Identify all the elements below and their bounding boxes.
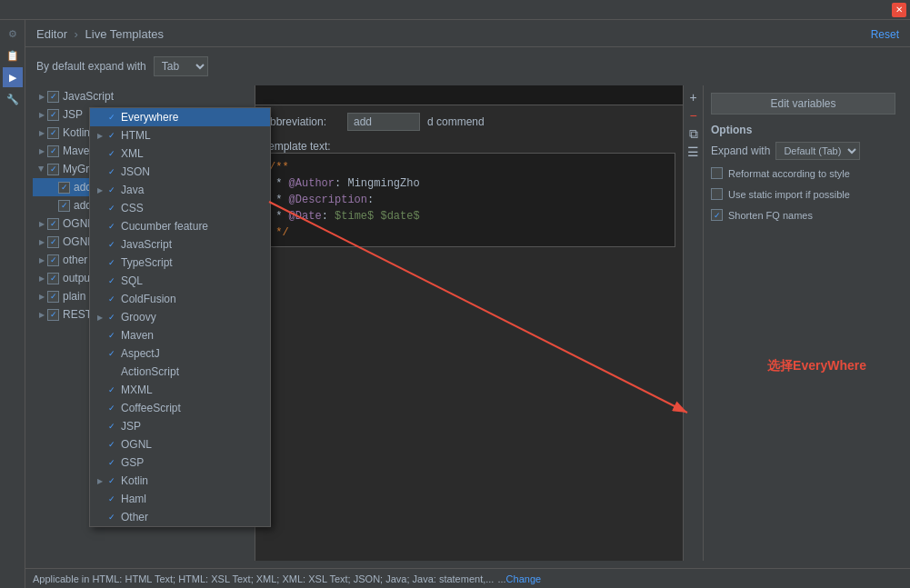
dd-check-other: ✓ [108, 513, 121, 522]
dd-check-ognl: ✓ [108, 440, 121, 449]
dropdown-item-aspectj[interactable]: ✓ AspectJ [90, 344, 270, 363]
dd-check-coffeescript: ✓ [108, 404, 121, 413]
tree-checkbox-maven[interactable]: ✓ [47, 145, 59, 157]
shorten-fq-checkbox[interactable]: ✓ [711, 209, 723, 221]
reformat-checkbox[interactable] [711, 167, 723, 179]
breadcrumb-live-templates: Live Templates [85, 27, 164, 41]
dd-check-typescript: ✓ [108, 258, 121, 267]
dropdown-item-coffeescript[interactable]: ✓ CoffeeScript [90, 399, 270, 417]
dd-label-groovy: Groovy [121, 311, 263, 324]
dropdown-item-mxml[interactable]: ✓ MXML [90, 381, 270, 399]
dd-check-coldfusion: ✓ [108, 294, 121, 304]
dropdown-item-kotlin[interactable]: ▶ ✓ Kotlin [90, 472, 270, 490]
dd-label-mxml: MXML [121, 384, 263, 396]
dd-check-everywhere: ✓ [108, 113, 121, 122]
dd-label-sql: SQL [121, 274, 263, 287]
change-link[interactable]: Change [506, 573, 542, 584]
dd-label-aspectj: AspectJ [121, 347, 263, 360]
tree-label-other: other [63, 254, 87, 266]
dd-label-coldfusion: ColdFusion [121, 293, 263, 305]
dropdown-item-groovy[interactable]: ▶ ✓ Groovy [90, 308, 270, 326]
list-button[interactable]: ☰ [685, 144, 702, 160]
expand-with-label: Expand with [711, 145, 770, 157]
dd-check-kotlin: ✓ [108, 476, 121, 485]
expand-with-select[interactable]: Default (Tab) Tab Space Enter [775, 142, 860, 160]
dropdown-item-html[interactable]: ▶ ✓ HTML [90, 126, 270, 145]
close-icon: ✕ [895, 5, 903, 15]
dd-check-html: ✓ [108, 131, 121, 140]
dropdown-item-everywhere[interactable]: ✓ Everywhere [90, 108, 270, 126]
edit-variables-button[interactable]: Edit variables [711, 93, 895, 115]
sidebar-icon-active[interactable]: ▶ [3, 67, 23, 87]
sidebar-icon-3[interactable]: 🔧 [3, 89, 23, 109]
tree-checkbox-jsp[interactable]: ✓ [47, 109, 59, 121]
tree-arrow-jsp: ▶ [36, 109, 47, 120]
content-area: Editor › Live Templates Reset By default… [25, 20, 910, 588]
dd-label-css: CSS [121, 202, 263, 214]
dropdown-item-actionscript[interactable]: ✓ ActionScript [90, 363, 270, 381]
tree-checkbox-restful[interactable]: ✓ [47, 309, 59, 321]
tree-checkbox-ognl[interactable]: ✓ [47, 218, 59, 230]
dropdown-item-javascript[interactable]: ✓ JavaScript [90, 235, 270, 254]
dd-check-java: ✓ [108, 185, 121, 194]
dropdown-item-maven[interactable]: ✓ Maven [90, 326, 270, 344]
tree-item-javascript[interactable]: ▶ ✓ JavaScript [33, 87, 255, 105]
add-button[interactable]: + [685, 89, 702, 105]
dropdown-overlay: ✓ Everywhere ▶ ✓ HTML ✓ XML [89, 107, 271, 527]
tree-checkbox-other[interactable]: ✓ [47, 254, 59, 266]
dropdown-item-java[interactable]: ▶ ✓ Java [90, 181, 270, 199]
tree-checkbox-javascript[interactable]: ✓ [47, 91, 59, 103]
sidebar-icon-2[interactable]: 📋 [3, 45, 23, 65]
remove-button[interactable]: − [685, 107, 702, 124]
close-button[interactable]: ✕ [892, 3, 906, 17]
dropdown-item-xml[interactable]: ✓ XML [90, 145, 270, 163]
tree-checkbox-output[interactable]: ✓ [47, 273, 59, 284]
dropdown-item-other[interactable]: ✓ Other [90, 508, 270, 526]
tree-label-kotlin: Kotlin [63, 126, 90, 139]
panel-split: ▶ ✓ JavaScript ▶ ✓ JSP ▶ ✓ Kotlin [33, 85, 903, 561]
status-text: Applicable in HTML: HTML Text; HTML: XSL… [33, 573, 494, 584]
dropdown-item-typescript[interactable]: ✓ TypeScript [90, 254, 270, 272]
status-bar: Applicable in HTML: HTML Text; HTML: XSL… [25, 568, 910, 588]
tree-checkbox-mygroup[interactable]: ✓ [47, 164, 59, 175]
dropdown-item-json[interactable]: ✓ JSON [90, 163, 270, 181]
tree-checkbox-kotlin[interactable]: ✓ [47, 127, 59, 139]
dd-label-jsp: JSP [121, 420, 263, 433]
dd-check-aspectj: ✓ [108, 349, 121, 358]
dropdown-item-cucumber[interactable]: ✓ Cucumber feature [90, 217, 270, 235]
tree-checkbox-ognlstruts[interactable]: ✓ [47, 236, 59, 248]
tree-checkbox-plain[interactable]: ✓ [47, 291, 59, 303]
tree-checkbox-add2[interactable]: ✓ [58, 200, 70, 212]
tree-arrow-kotlin: ▶ [36, 127, 47, 138]
copy-button[interactable]: ⧉ [685, 125, 702, 142]
dropdown-item-jsp[interactable]: ✓ JSP [90, 417, 270, 435]
dropdown-item-css[interactable]: ✓ CSS [90, 199, 270, 217]
template-text-label: Template text: [263, 140, 675, 153]
breadcrumb-separator: › [75, 27, 82, 41]
body-area: By default expand with Tab Space Enter ▶… [25, 47, 910, 568]
dd-check-groovy: ✓ [108, 313, 121, 322]
tree-arrow-other: ▶ [36, 254, 47, 265]
static-import-checkbox[interactable] [711, 188, 723, 200]
tree-arrow-maven: ▶ [36, 145, 47, 156]
dd-label-kotlin: Kotlin [121, 474, 263, 487]
dd-check-maven: ✓ [108, 331, 121, 340]
dropdown-item-sql[interactable]: ✓ SQL [90, 272, 270, 290]
tree-arrow-javascript: ▶ [36, 91, 47, 102]
template-code[interactable]: /** * @Author: MingmingZho * @Descriptio… [263, 153, 675, 247]
dropdown-item-coldfusion[interactable]: ✓ ColdFusion [90, 290, 270, 308]
title-bar: ✕ [0, 0, 910, 20]
abbreviation-input[interactable] [347, 113, 420, 131]
tree-checkbox-add1[interactable]: ✓ [58, 182, 70, 194]
dropdown-item-gsp[interactable]: ✓ GSP [90, 453, 270, 472]
tree-label-plain: plain [63, 290, 85, 303]
dd-check-mxml: ✓ [108, 385, 121, 394]
dd-check-xml: ✓ [108, 149, 121, 158]
left-sidebar: ⚙ 📋 ▶ 🔧 [0, 20, 25, 588]
abbreviation-row: Abbreviation: d commend [263, 113, 675, 131]
sidebar-icon-1[interactable]: ⚙ [3, 24, 23, 44]
dropdown-item-haml[interactable]: ✓ Haml [90, 490, 270, 508]
dropdown-item-ognl[interactable]: ✓ OGNL [90, 435, 270, 453]
reset-link[interactable]: Reset [871, 28, 899, 41]
expand-select[interactable]: Tab Space Enter [154, 56, 208, 76]
